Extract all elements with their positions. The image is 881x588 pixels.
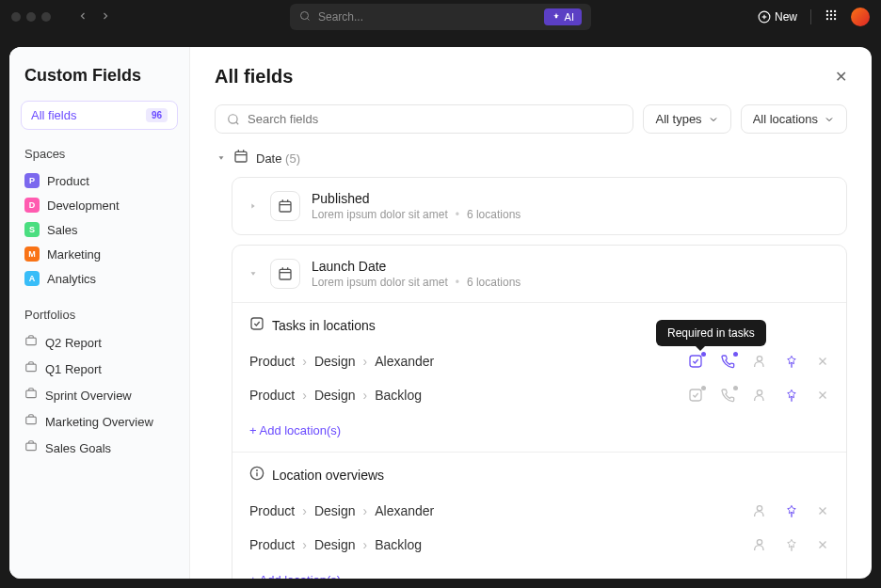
- collapse-icon[interactable]: [248, 265, 259, 282]
- location-row: Product › Design › Alexander: [249, 494, 829, 528]
- sidebar-portfolio-item[interactable]: Q2 Report: [21, 329, 178, 356]
- field-type-icon: [270, 191, 300, 221]
- space-name: Development: [47, 199, 120, 213]
- close-icon[interactable]: ✕: [835, 68, 847, 86]
- space-name: Marketing: [47, 247, 101, 262]
- svg-marker-32: [251, 272, 256, 275]
- briefcase-icon: [24, 387, 38, 404]
- ai-badge[interactable]: AI: [544, 8, 582, 25]
- svg-point-9: [826, 14, 828, 16]
- sidebar-space-item[interactable]: MMarketing: [21, 242, 178, 266]
- nav-arrows: [77, 8, 111, 25]
- top-bar: Search... AI New: [0, 0, 881, 34]
- traffic-light-minimize[interactable]: [26, 12, 36, 22]
- remove-icon[interactable]: [816, 504, 829, 517]
- filter-locations-dropdown[interactable]: All locations: [741, 104, 847, 134]
- traffic-light-maximize[interactable]: [41, 12, 51, 22]
- space-name: Analytics: [47, 272, 96, 286]
- sidebar-portfolio-item[interactable]: Marketing Overview: [21, 408, 178, 435]
- portfolio-name: Q2 Report: [45, 336, 102, 350]
- svg-point-6: [826, 10, 828, 12]
- tooltip: Required in tasks: [656, 320, 766, 346]
- location-row: Product › Design › Backlog: [249, 528, 829, 562]
- all-fields-label: All fields: [31, 108, 76, 122]
- filter-types-dropdown[interactable]: All types: [643, 104, 730, 134]
- add-location-button[interactable]: + Add location(s): [249, 423, 341, 437]
- svg-line-1: [308, 19, 310, 21]
- topbar-right: New: [758, 8, 870, 26]
- phone-icon[interactable]: [720, 388, 735, 403]
- field-group-header: Date (5): [215, 149, 847, 167]
- phone-icon[interactable]: [720, 354, 735, 369]
- portfolios-heading: Portfolios: [24, 308, 178, 322]
- tasks-in-locations-section: Tasks in locations Product › Design › Al…: [232, 302, 846, 452]
- nav-forward-icon[interactable]: [100, 8, 111, 25]
- add-location-button[interactable]: + Add location(s): [249, 573, 341, 579]
- divider: [810, 9, 811, 24]
- person-icon[interactable]: [752, 354, 767, 369]
- field-card: Launch Date Lorem ipsum dolor sit amet •…: [232, 245, 847, 579]
- user-avatar[interactable]: [851, 8, 870, 26]
- person-icon[interactable]: [752, 388, 767, 403]
- svg-point-11: [834, 14, 836, 16]
- remove-icon[interactable]: [816, 389, 829, 402]
- svg-point-55: [757, 540, 761, 545]
- breadcrumb[interactable]: Product › Design › Backlog: [249, 388, 422, 403]
- search-fields-text[interactable]: [248, 112, 621, 126]
- svg-point-20: [229, 114, 237, 122]
- required-toggle-icon[interactable]: Required in tasks: [688, 354, 703, 369]
- sidebar-portfolio-item[interactable]: Sales Goals: [21, 435, 178, 461]
- chevron-down-icon: [824, 114, 835, 125]
- sidebar-space-item[interactable]: SSales: [21, 217, 178, 242]
- chevron-down-icon: [708, 114, 719, 125]
- sidebar-portfolio-item[interactable]: Q1 Report: [21, 356, 178, 382]
- person-icon[interactable]: [752, 503, 767, 518]
- sidebar-space-item[interactable]: AAnalytics: [21, 266, 178, 291]
- all-fields-nav[interactable]: All fields 96: [21, 101, 178, 130]
- apps-grid-icon[interactable]: [825, 8, 838, 25]
- space-name: Sales: [47, 223, 78, 237]
- breadcrumb[interactable]: Product › Design › Alexander: [249, 354, 434, 369]
- group-collapse-icon[interactable]: [216, 150, 226, 167]
- briefcase-icon: [24, 413, 38, 430]
- sidebar-space-item[interactable]: DDevelopment: [21, 193, 178, 217]
- section-label: Location overviews: [272, 468, 384, 483]
- remove-icon[interactable]: [816, 355, 829, 368]
- required-toggle-icon[interactable]: [688, 388, 703, 403]
- global-search[interactable]: Search... AI: [290, 4, 591, 30]
- field-name: Launch Date: [312, 259, 521, 274]
- traffic-light-close[interactable]: [11, 12, 21, 22]
- new-button[interactable]: New: [758, 10, 797, 24]
- location-row: Product › Design › Alexander Required in…: [249, 344, 829, 378]
- svg-point-12: [826, 18, 828, 20]
- field-header[interactable]: Published Lorem ipsum dolor sit amet • 6…: [232, 178, 846, 234]
- field-type-icon: [270, 259, 300, 289]
- portfolio-name: Marketing Overview: [45, 415, 153, 429]
- person-icon[interactable]: [752, 537, 767, 552]
- nav-back-icon[interactable]: [77, 8, 88, 25]
- pin-icon[interactable]: [784, 354, 799, 369]
- breadcrumb[interactable]: Product › Design › Backlog: [249, 537, 422, 552]
- svg-rect-17: [26, 390, 37, 398]
- space-avatar: P: [24, 173, 40, 188]
- remove-icon[interactable]: [816, 538, 829, 551]
- breadcrumb[interactable]: Product › Design › Alexander: [249, 503, 434, 518]
- pin-icon[interactable]: [784, 388, 799, 403]
- info-icon: [249, 466, 264, 485]
- sidebar-space-item[interactable]: PProduct: [21, 168, 178, 193]
- all-fields-count: 96: [146, 108, 168, 122]
- pin-icon[interactable]: [784, 537, 799, 552]
- svg-rect-15: [26, 338, 37, 345]
- field-header[interactable]: Launch Date Lorem ipsum dolor sit amet •…: [232, 246, 846, 302]
- pin-icon[interactable]: [784, 503, 799, 518]
- svg-rect-37: [251, 318, 263, 329]
- svg-rect-38: [690, 356, 701, 367]
- search-fields-input[interactable]: [215, 104, 633, 134]
- sidebar-portfolio-item[interactable]: Sprint Overview: [21, 382, 178, 408]
- location-overviews-section: Location overviews Product › Design › Al…: [232, 452, 846, 579]
- svg-point-50: [257, 470, 258, 471]
- svg-rect-18: [26, 417, 37, 424]
- expand-icon[interactable]: [248, 198, 259, 215]
- briefcase-icon: [24, 439, 38, 456]
- svg-point-7: [830, 10, 832, 12]
